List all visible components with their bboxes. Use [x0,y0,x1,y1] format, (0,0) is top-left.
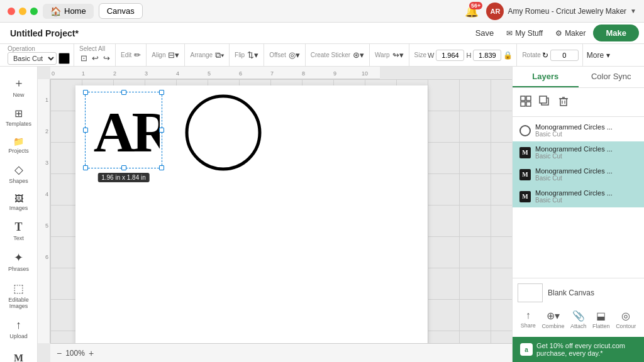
rotate-input[interactable] [550,50,579,61]
warp-label: Warp [375,52,390,58]
duplicate-button[interactable] [536,93,553,111]
sidebar-item-shapes[interactable]: ◇ Shapes [3,159,35,189]
monogram-svg: ARK [87,94,160,163]
more-button[interactable]: More ▾ [584,51,613,60]
maximize-button[interactable] [30,8,38,15]
sidebar-item-monogram[interactable]: M Monogram [3,349,35,362]
handle-mid-right[interactable] [159,128,164,133]
offset-label: Offset [269,52,286,58]
close-button[interactable] [8,8,15,15]
maker-button[interactable]: ⚙ Maker [550,26,591,40]
sidebar-item-new[interactable]: ＋ New [3,72,35,102]
canvas-tab[interactable]: Canvas [99,3,143,19]
tab-layers[interactable]: Layers [513,67,579,87]
sidebar-item-upload[interactable]: ↑ Upload [3,315,35,344]
handle-bot-mid[interactable] [121,165,126,170]
minimize-button[interactable] [19,8,26,15]
operation-select[interactable]: Basic Cut [8,52,57,65]
notification-badge: 56+ [469,2,482,9]
sidebar-item-templates[interactable]: ⊞ Templates [3,104,35,131]
edit-button[interactable]: ✏ [133,49,142,61]
align-button[interactable]: ⊟▾ [167,49,180,61]
monogram-design[interactable]: ARK 1.96 in x 1.84 in [85,92,162,168]
zoom-out-button[interactable]: − [57,348,62,358]
panel-bottom-tools: ↑ Share ⊕▾ Combine 📎 Attach ⬓ Flatten ◎ [518,307,639,332]
circle-design[interactable] [182,92,264,176]
attach-label: Attach [570,323,587,329]
sidebar-item-images[interactable]: 🖼 Images [3,190,35,216]
edit-label: Edit [121,52,131,58]
user-avatar: AR [486,3,504,20]
layer-name: Monogrammed Circles ... [535,145,638,153]
title-bar-right: 🔔 56+ AR Amy Romeu - Cricut Jewelry Make… [465,3,636,20]
arrange-button[interactable]: ⧉▾ [214,49,225,62]
sidebar-label-editable-images: Editable Images [5,297,33,310]
title-bar: 🏠 Home Canvas 🔔 56+ AR Amy Romeu - Cricu… [0,0,644,23]
layer-item[interactable]: M Monogrammed Circles ... Basic Cut [513,185,644,207]
select-all-button[interactable]: ⊡ [79,52,89,64]
svg-rect-2 [521,96,525,101]
offset-group: Offset ◎▾ [265,44,306,66]
layer-item[interactable]: M Monogrammed Circles ... Basic Cut [513,163,644,185]
sidebar-item-projects[interactable]: 📁 Projects [3,133,35,158]
handle-top-right[interactable] [159,90,164,95]
attach-icon: 📎 [572,310,585,322]
handle-top-mid[interactable] [121,90,126,95]
group-button[interactable] [518,93,534,111]
layer-item[interactable]: M Monogrammed Circles ... Basic Cut [513,141,644,163]
handle-top-left[interactable] [83,90,88,95]
circle-layer-icon [519,125,531,136]
layer-item[interactable]: Monogrammed Circles ... Basic Cut [513,119,644,141]
width-input[interactable] [436,50,464,61]
select-all-label: Select All [79,46,111,52]
sticker-button[interactable]: ⊛▾ [352,49,365,61]
editable-images-icon: ⬚ [13,282,24,295]
flatten-button[interactable]: ⬓ Flatten [592,310,610,329]
svg-rect-7 [540,96,547,103]
height-input[interactable] [473,50,501,61]
delete-button[interactable] [555,93,572,111]
home-tab[interactable]: 🏠 Home [43,4,94,19]
warp-button[interactable]: ↬▾ [391,49,405,61]
size-label: Size [414,52,426,58]
text-icon: T [14,221,22,234]
handle-mid-left[interactable] [83,128,88,133]
sidebar-item-phrases[interactable]: ✦ Phrases [3,247,35,277]
svg-rect-4 [521,102,525,106]
layer-subtype: Basic Cut [535,131,638,138]
combine-button[interactable]: ⊕▾ Combine [541,310,564,329]
save-button[interactable]: Save [470,28,499,38]
combine-icon: ⊕▾ [547,310,560,322]
color-swatch[interactable] [58,53,70,64]
canvas-area[interactable]: 0 1 2 3 4 5 6 7 8 9 10 11 12 13 14 1 2 3… [38,67,512,362]
flip-button[interactable]: ⇅▾ [246,49,260,61]
tab-color-sync[interactable]: Color Sync [579,67,645,87]
user-info[interactable]: AR Amy Romeu - Cricut Jewelry Maker ▼ [486,3,636,20]
attach-button[interactable]: 📎 Attach [570,310,587,329]
svg-rect-3 [526,96,531,101]
promo-banner[interactable]: a Get 10% off every cricut.com purchase,… [513,337,644,362]
layers-list: Monogrammed Circles ... Basic Cut M Mono… [513,117,644,278]
sidebar-item-editable-images[interactable]: ⬚ Editable Images [3,278,35,314]
handle-bot-right[interactable] [159,165,164,170]
layer-info: Monogrammed Circles ... Basic Cut [535,189,638,204]
handle-bot-left[interactable] [83,165,88,170]
notification-bell[interactable]: 🔔 56+ [465,4,479,18]
zoom-in-button[interactable]: + [89,348,94,358]
canvas-work-area[interactable]: ARK 1.96 in x 1.84 in [50,79,512,343]
svg-text:ARK: ARK [94,101,160,163]
rotate-group: Rotate ↻ [518,44,582,66]
offset-button[interactable]: ◎▾ [287,49,301,61]
svg-point-1 [187,96,260,169]
contour-button[interactable]: ◎ Contour [616,310,636,329]
project-toolbar: Untitled Project* Save ✉ My Stuff ⚙ Make… [0,23,644,44]
make-button[interactable]: Make [593,25,639,41]
redo-button[interactable]: ↪ [102,52,111,64]
share-button[interactable]: ↑ Share [521,310,536,329]
maker-icon: ⚙ [555,29,562,38]
my-stuff-button[interactable]: ✉ My Stuff [501,26,548,40]
sidebar-item-text[interactable]: T Text [3,217,35,246]
share-label: Share [521,322,536,329]
monogram-icon: M [14,353,23,362]
undo-button[interactable]: ↩ [91,52,100,64]
